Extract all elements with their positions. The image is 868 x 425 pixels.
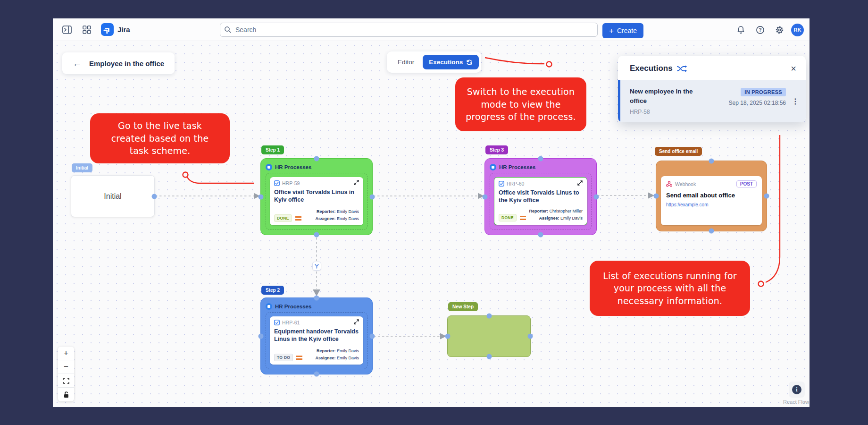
connection-handle[interactable] <box>709 159 714 164</box>
step3-node[interactable]: HR Processes HRP-60 <box>484 158 597 235</box>
initial-node[interactable]: Initial <box>71 175 155 217</box>
fit-view-button[interactable] <box>58 374 74 388</box>
connection-handle[interactable] <box>709 229 714 234</box>
expand-icon[interactable] <box>577 180 583 187</box>
notifications-button[interactable] <box>733 22 748 37</box>
kebab-menu-icon[interactable]: ⋮ <box>792 97 799 106</box>
task-status-badge: DONE <box>499 214 517 221</box>
app-name: Jira <box>117 26 130 34</box>
back-button[interactable]: ← Employee in the office <box>62 52 175 74</box>
mode-toggle: Editor Executions <box>387 51 481 73</box>
connection-handle[interactable] <box>486 314 492 319</box>
connection-handle[interactable] <box>538 156 543 162</box>
task-people: Reporter: Christopher Miller Assignee: E… <box>529 208 583 221</box>
connection-handle[interactable] <box>483 194 488 199</box>
hr-processes-icon <box>266 164 272 170</box>
task-key: HRP-60 <box>507 181 524 187</box>
user-avatar[interactable]: RK <box>791 24 804 36</box>
lock-button[interactable] <box>58 388 74 401</box>
connection-handle[interactable] <box>538 232 543 238</box>
webhook-icon <box>666 181 672 187</box>
task-status-badge: DONE <box>274 214 292 222</box>
connection-handle[interactable] <box>259 333 264 339</box>
task-assignee: Emily Davis <box>337 356 359 360</box>
sidebar-toggle-button[interactable] <box>59 22 75 37</box>
step-app-name: HR Processes <box>275 304 311 309</box>
connection-handle[interactable] <box>445 334 451 339</box>
execution-status-block: IN PROGRESS Sep 18, 2025 02:18:56 <box>729 87 786 115</box>
step3-badge: Step 3 <box>485 145 508 154</box>
jira-home-link[interactable]: Jira <box>101 23 130 36</box>
task-assignee: Emily Davis <box>560 216 583 221</box>
search-input[interactable] <box>220 23 598 37</box>
task-card[interactable]: HRP-59 Office visit Torvalds Linus in Ky… <box>270 177 363 225</box>
connection-handle[interactable] <box>314 156 319 162</box>
app-grid-icon <box>83 26 91 34</box>
process-title: Employee in the office <box>89 60 164 68</box>
callout-execution-mode: Switch to the execution mode to view the… <box>455 77 586 131</box>
new-step-node[interactable] <box>447 315 531 357</box>
connection-handle[interactable] <box>259 194 264 199</box>
connection-handle[interactable] <box>486 354 492 359</box>
executions-panel-header: Executions × <box>618 56 806 80</box>
step2-node[interactable]: HR Processes HRP-61 <box>260 298 373 374</box>
flow-info-button[interactable]: i <box>789 382 805 398</box>
shuffle-icon <box>677 65 687 72</box>
connection-handle[interactable] <box>654 194 659 199</box>
expand-icon[interactable] <box>354 319 359 325</box>
screenshot-stage: Jira + Create <box>0 0 868 425</box>
search-icon <box>224 26 232 34</box>
status-badge: IN PROGRESS <box>741 88 786 96</box>
connection-handle[interactable] <box>314 232 319 238</box>
create-button-label: Create <box>617 27 637 34</box>
step-app-name: HR Processes <box>275 164 311 170</box>
webhook-title: Send email about office <box>666 192 757 199</box>
react-flow-attribution[interactable]: React Flow <box>783 399 809 405</box>
hr-processes-icon <box>490 164 496 170</box>
tab-executions-label: Executions <box>429 59 463 66</box>
help-button[interactable]: ? <box>752 22 768 37</box>
connection-handle[interactable] <box>314 296 319 301</box>
tab-executions[interactable]: Executions <box>423 55 479 69</box>
callout-live-task: Go to the live task created based on the… <box>90 113 230 163</box>
step-task-container: HRP-61 Equipment handover Torvalds Linus… <box>266 312 367 369</box>
webhook-url[interactable]: https://example.com <box>666 202 757 207</box>
execution-name: New employee in the office <box>630 87 710 105</box>
webhook-card[interactable]: Webhook POST Send email about office htt… <box>661 176 762 225</box>
task-checkbox-icon <box>274 320 280 325</box>
initial-node-title: Initial <box>104 192 121 201</box>
task-card[interactable]: HRP-61 Equipment handover Torvalds Linus… <box>270 316 363 365</box>
zoom-in-button[interactable]: + <box>58 347 74 360</box>
back-arrow-icon: ← <box>73 59 82 68</box>
branch-junction-button[interactable] <box>312 262 321 271</box>
connection-handle[interactable] <box>594 194 599 199</box>
connection-handle[interactable] <box>314 372 319 377</box>
webhook-node[interactable]: Webhook POST Send email about office htt… <box>656 161 767 231</box>
sidebar-toggle-icon <box>62 26 72 34</box>
connection-handle[interactable] <box>152 194 157 199</box>
execution-info: New employee in the office HRP-58 <box>630 87 710 115</box>
svg-text:?: ? <box>759 27 761 33</box>
create-button[interactable]: + Create <box>602 23 643 38</box>
new-step-badge: New Step <box>448 302 478 311</box>
connection-handle[interactable] <box>764 194 769 199</box>
app-switcher-button[interactable] <box>79 22 94 37</box>
top-navbar: Jira + Create <box>53 18 810 41</box>
jira-logo-icon <box>101 23 114 36</box>
connection-handle[interactable] <box>370 194 375 199</box>
zoom-out-button[interactable]: − <box>58 360 74 374</box>
callout-executions-list: List of executions running for your proc… <box>590 261 750 316</box>
execution-list-item[interactable]: New employee in the office HRP-58 IN PRO… <box>618 80 806 122</box>
connection-handle[interactable] <box>370 333 375 339</box>
settings-button[interactable] <box>772 22 787 37</box>
step-app-header: HR Processes <box>490 162 592 171</box>
expand-icon[interactable] <box>354 180 359 186</box>
close-icon[interactable]: × <box>791 64 796 73</box>
tab-editor[interactable]: Editor <box>389 59 423 66</box>
step-app-header: HR Processes <box>266 162 367 171</box>
executions-panel-title: Executions <box>630 64 673 73</box>
task-card[interactable]: HRP-60 Office visit Torvalds Linus to th… <box>494 177 587 225</box>
connection-handle[interactable] <box>528 334 533 339</box>
info-icon: i <box>792 385 801 394</box>
step1-node[interactable]: HR Processes HRP-59 <box>260 158 373 235</box>
